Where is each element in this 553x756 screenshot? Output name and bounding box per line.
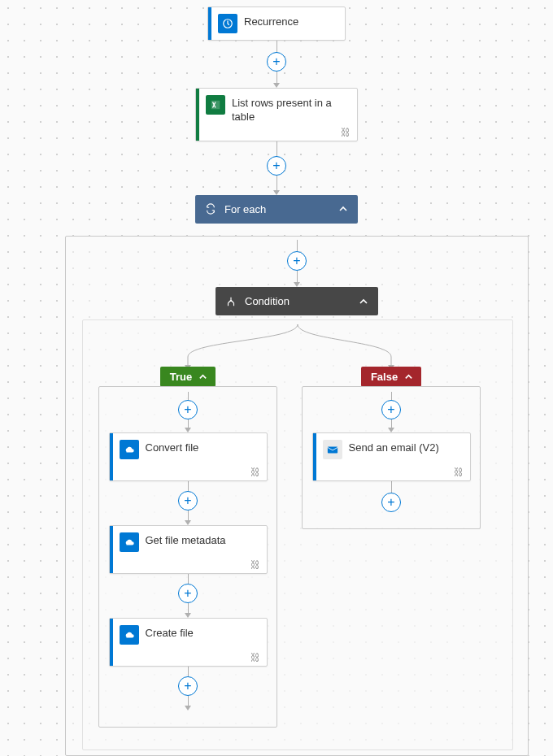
add-step-button[interactable]: + <box>178 676 198 696</box>
badge-label: True <box>170 371 192 383</box>
action-label: Send an email (V2) <box>349 433 470 480</box>
badge-label: False <box>371 371 398 383</box>
add-step-button[interactable]: + <box>178 400 198 419</box>
add-step-button[interactable]: + <box>178 584 198 603</box>
accent-bar <box>208 7 211 40</box>
action-condition[interactable]: Condition <box>216 287 378 315</box>
chevron-up-icon[interactable] <box>338 204 348 214</box>
action-label: Get file metadata <box>146 526 267 573</box>
action-get-file-metadata[interactable]: Get file metadata ⛓ <box>109 525 268 574</box>
connector: + <box>178 574 198 618</box>
action-for-each[interactable]: For each <box>195 195 358 224</box>
onedrive-icon <box>120 440 139 459</box>
chevron-up-icon[interactable] <box>359 297 368 306</box>
connector: + <box>178 392 198 432</box>
action-label: Condition <box>245 295 290 307</box>
add-step-button[interactable]: + <box>381 400 401 419</box>
action-label: Create file <box>146 619 267 666</box>
connector: + <box>287 240 307 287</box>
link-icon: ⛓ <box>250 559 260 571</box>
condition-icon <box>225 296 237 307</box>
onedrive-icon <box>120 625 139 645</box>
onedrive-icon <box>120 532 139 552</box>
action-label: List rows present in a table <box>232 89 357 141</box>
connector: + <box>178 667 198 710</box>
link-icon: ⛓ <box>250 467 260 478</box>
accent-bar <box>110 433 113 480</box>
connector: + <box>267 141 286 195</box>
condition-fork <box>66 324 529 370</box>
false-branch: False + Send an email (V2) ⛓ <box>302 367 481 529</box>
action-create-file[interactable]: Create file ⛓ <box>109 618 268 667</box>
false-badge[interactable]: False <box>361 367 421 387</box>
true-branch-container: + Convert file ⛓ + <box>98 386 277 728</box>
chevron-up-icon[interactable] <box>198 372 207 381</box>
add-step-button[interactable]: + <box>267 52 286 72</box>
false-branch-container: + Send an email (V2) ⛓ + <box>302 386 481 529</box>
action-label: Recurrence <box>244 7 345 40</box>
for-each-container: + Condition True <box>65 236 529 756</box>
recurrence-icon <box>218 14 237 33</box>
add-step-button[interactable]: + <box>287 251 307 271</box>
true-badge[interactable]: True <box>160 367 216 387</box>
add-step-button[interactable]: + <box>178 491 198 511</box>
link-icon: ⛓ <box>250 652 260 663</box>
action-send-email[interactable]: Send an email (V2) ⛓ <box>312 432 471 481</box>
connector: + <box>267 41 286 88</box>
connector: + <box>178 481 198 525</box>
loop-icon <box>205 203 216 215</box>
action-recurrence[interactable]: Recurrence <box>207 7 346 41</box>
true-branch: True + Convert file ⛓ <box>98 367 277 728</box>
accent-bar <box>196 89 199 141</box>
action-list-rows[interactable]: List rows present in a table ⛓ <box>195 88 358 141</box>
add-step-button[interactable]: + <box>267 156 286 176</box>
action-label: Convert file <box>146 433 267 480</box>
connector: + <box>381 481 401 512</box>
svg-rect-1 <box>211 101 220 110</box>
link-icon: ⛓ <box>454 467 464 478</box>
accent-bar <box>313 433 316 480</box>
add-step-button[interactable]: + <box>381 493 401 512</box>
action-label: For each <box>224 203 266 215</box>
link-icon: ⛓ <box>341 127 351 138</box>
chevron-up-icon[interactable] <box>404 372 413 381</box>
action-convert-file[interactable]: Convert file ⛓ <box>109 432 268 481</box>
connector: + <box>381 392 401 432</box>
accent-bar <box>110 619 113 666</box>
accent-bar <box>110 526 113 573</box>
outlook-icon <box>323 440 342 459</box>
excel-icon <box>206 95 225 115</box>
